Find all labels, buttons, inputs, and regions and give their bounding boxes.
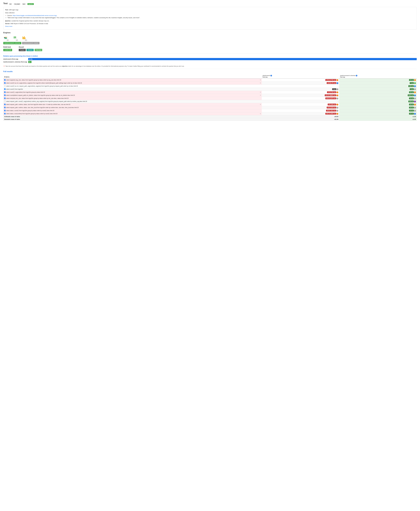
test-description-box: Test: 10M nginx logs Data collection: So…: [3, 7, 417, 30]
slowest-button[interactable]: Slowest: [26, 49, 34, 51]
geometric-mean-elastic: x22.38: [262, 118, 339, 121]
manticore-val-7: 234 ms: [408, 100, 414, 102]
manticore-cell-11: 22 msℹ: [339, 112, 417, 115]
manticore-sub-label: Fast avg: [340, 76, 416, 78]
elastic-cell-0: x75.91 (1746 ms)●: [262, 78, 339, 82]
badge-blue: ℹ: [414, 95, 416, 96]
elasticsearch-sub-label: Fast avg: [262, 76, 338, 78]
copy-icon-11[interactable]: ⧉: [260, 113, 261, 114]
query-checkbox-4[interactable]: [4, 92, 6, 93]
source-link[interactable]: https://www.kaggle.com/datasets/eliasdab…: [13, 15, 57, 16]
copy-icon-4[interactable]: ⧉: [260, 92, 261, 93]
elastic-cell-11: x82.18 (1808 ms)●: [262, 112, 339, 115]
elastic-val-10: x36.57 (512 ms): [326, 110, 336, 112]
manticore-val-5: 2241 ms: [408, 94, 414, 96]
full-results-title: Full results: [3, 71, 417, 73]
geometric-mean-row: Geometric mean of ratios x22.38 x1.00: [3, 118, 417, 121]
chart-value-manticore: 1x: [29, 61, 30, 63]
geometric-mean-manticore: x1.00: [339, 118, 417, 121]
manticore-badge: 1/2: [15, 39, 18, 41]
other-icon-wrap: 0/1: [22, 35, 26, 41]
copy-icon-5[interactable]: ⧉: [260, 95, 261, 96]
elasticsearch-engine-label: elasticsearch ℹ: [262, 75, 338, 76]
queries-label: Queries:: [5, 20, 11, 22]
manticore-val-3: 4 ms: [410, 88, 414, 90]
manticore-cell-9: 24 ms?: [339, 106, 417, 109]
col-header-query: ⊟ Query: [3, 74, 262, 78]
query-text-4: select count(*), avg(runtime) from logs1…: [6, 92, 260, 93]
test-value: 10M nginx logs: [9, 9, 18, 11]
query-checkbox-1[interactable]: [4, 82, 6, 84]
server-label: Server:: [5, 23, 10, 24]
warning-text: Take into account that these final resul…: [5, 65, 184, 67]
queries-line: Queries: curated list of typical queries…: [5, 20, 415, 22]
manticore-val-8: 16 ms: [409, 104, 414, 105]
fastest-button[interactable]: Fastest: [19, 49, 26, 51]
query-checkbox-3[interactable]: [4, 88, 6, 90]
query-cell-9: select request_path, runtime, status, si…: [3, 106, 262, 109]
copy-icon-0[interactable]: ⧉: [260, 79, 261, 81]
engine-other[interactable]: 0/1: [22, 35, 26, 41]
tag-manticoresearch-columnar[interactable]: manticoresearch_columnar: [3, 42, 21, 44]
query-checkbox-2[interactable]: [4, 85, 6, 87]
server-line: Server: AMD Ryzen 9 5950X 16-Core Proces…: [5, 23, 415, 25]
divider-2: [3, 69, 417, 69]
copy-icon-8[interactable]: ⧉: [260, 104, 261, 105]
warning-icon: ❗: [3, 65, 5, 67]
tag-manticoresearch-rowwise[interactable]: manticoresearch_rowwise: [22, 42, 39, 44]
tag-logs10m[interactable]: logs10m: [27, 3, 34, 5]
query-checkbox-7[interactable]: [4, 101, 6, 102]
query-checkbox-9[interactable]: [4, 107, 6, 108]
tag-taxi[interactable]: taxi: [22, 3, 26, 5]
full-results-section: Full results ⊟ Query elasticsearch ℹ Fas…: [3, 71, 417, 121]
query-checkbox-8[interactable]: [4, 104, 6, 105]
query-text-10: select status, count(*) from logs10m gro…: [6, 110, 261, 111]
query-checkbox-11[interactable]: [4, 113, 6, 114]
manticore-cell-10: 14 ms?: [339, 109, 417, 112]
query-checkbox-0[interactable]: [4, 79, 6, 81]
query-cell-8: select request_path, runtime, status, si…: [3, 103, 262, 106]
manticore-val-11: 22 ms: [409, 113, 414, 114]
manticore-val-6: 31 ms: [409, 98, 414, 99]
badge-orange: ●: [414, 104, 416, 106]
query-cell-1: select count(*) as cnt, avg(runtime), av…: [3, 82, 262, 84]
elastic-cell-6: x54.03 (1675 ms)?: [262, 97, 339, 100]
elastic-cell-7: -: [262, 100, 339, 103]
query-text-1: select count(*) as cnt, avg(runtime), av…: [6, 82, 260, 84]
engine-manticore[interactable]: 1/2: [13, 35, 17, 41]
query-checkbox-10[interactable]: [4, 110, 6, 111]
query-checkbox-6[interactable]: [4, 98, 6, 99]
col-header-manticore: manticoresearch columnar ℹ Fast avg: [339, 74, 417, 78]
fast-avg-button[interactable]: Fast avg: [35, 49, 42, 51]
elastic-val-0: x75.91 (1746 ms): [325, 79, 336, 81]
page-title: Test: [3, 2, 8, 5]
query-checkbox-5[interactable]: [4, 95, 6, 96]
query-cell-11: select status, sum(runtime) from logs10m…: [3, 112, 262, 115]
manticore-val-9: 24 ms: [409, 107, 414, 108]
copy-icon-1[interactable]: ⧉: [260, 82, 261, 84]
manticore-val-4: 22 ms: [409, 91, 414, 93]
engine-elasticsearch[interactable]: 1/2: [3, 35, 8, 41]
engines-section: Engines 1/2: [3, 32, 417, 44]
manticore-icon-wrap: 1/2: [13, 35, 17, 41]
elastic-val-6: x54.03 (1675 ms): [325, 98, 336, 99]
chart-label-manticore: manticoresearch_columnar (Fast avg): [3, 61, 27, 63]
query-cell-7: select request_path, count(*), avg(runti…: [3, 100, 262, 103]
collapse-icon[interactable]: ⊟: [4, 76, 5, 78]
other-engine-badge: 0/1: [25, 39, 27, 41]
query-col-label: Query: [6, 76, 9, 78]
badge-orange: ●: [337, 79, 338, 81]
show-more-link[interactable]: Show more: [5, 25, 12, 27]
table-row: select request_path, count(*), avg(runti…: [3, 100, 417, 103]
table-row: select status, count(*) from logs10m gro…: [3, 109, 417, 112]
chart-bar-manticore: 1x: [28, 61, 31, 63]
query-text-3: select count(*) from logs10m: [6, 88, 261, 90]
queries-value: curated list of typical queries that a r…: [11, 20, 49, 22]
tag-hn-small[interactable]: hn_small: [14, 3, 20, 5]
warning-box: ❗ Take into account that these final res…: [3, 65, 417, 67]
source-desc: "Web sever logs contain information on a…: [7, 17, 415, 19]
tag-hn[interactable]: hn: [9, 3, 12, 5]
elasticsearch-info-icon[interactable]: ℹ: [270, 75, 272, 76]
manticore-info-icon[interactable]: ℹ: [356, 75, 357, 76]
badge-question: ?: [414, 88, 416, 90]
